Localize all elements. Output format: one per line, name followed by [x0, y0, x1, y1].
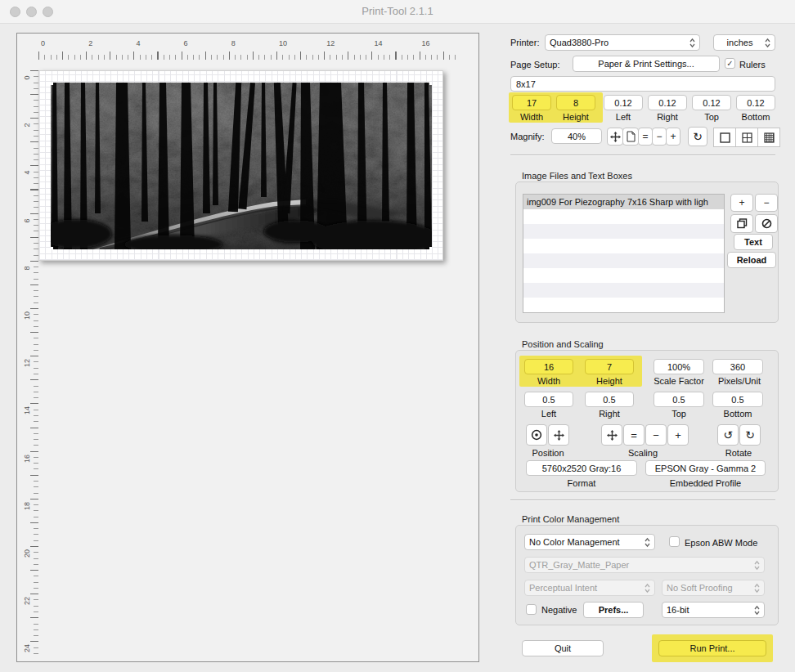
units-select[interactable]: inches — [713, 34, 775, 51]
run-print-button[interactable]: Run Print... — [658, 640, 766, 656]
list-item[interactable] — [523, 298, 724, 312]
ruler-vertical: 024681012141618202224 — [20, 70, 38, 657]
fit-page-icon[interactable] — [622, 128, 639, 146]
paper-height-field[interactable]: 8 — [556, 95, 595, 110]
list-item[interactable] — [523, 253, 724, 268]
file-list[interactable]: img009 For Piezography 7x16 Sharp with l… — [523, 194, 725, 313]
paper-right-label: Right — [648, 112, 687, 122]
paper-sheet-preview[interactable] — [38, 70, 443, 261]
list-item[interactable]: img009 For Piezography 7x16 Sharp with l… — [523, 195, 724, 209]
title-bar: Print-Tool 2.1.1 — [0, 0, 795, 24]
window-title: Print-Tool 2.1.1 — [0, 5, 795, 17]
remove-file-button[interactable]: − — [755, 194, 778, 212]
image-left-field[interactable]: 0.5 — [524, 392, 573, 407]
paper-bottom-field[interactable]: 0.12 — [736, 95, 775, 110]
paper-print-settings-button[interactable]: Paper & Print Settings... — [573, 56, 720, 72]
reload-button[interactable]: Reload — [727, 252, 776, 268]
scale-equal-button[interactable]: = — [623, 424, 645, 446]
magnify-field[interactable]: 40% — [551, 128, 602, 144]
color-mode-select[interactable]: No Color Management — [524, 534, 655, 550]
list-item[interactable] — [523, 283, 724, 298]
stepper-icon — [754, 583, 760, 594]
bit-depth-select[interactable]: 16-bit — [662, 602, 765, 618]
list-item[interactable] — [523, 224, 724, 239]
scale-fit-icon[interactable] — [601, 424, 622, 446]
paper-bottom-label: Bottom — [736, 112, 775, 122]
pan-icon[interactable] — [607, 128, 623, 146]
print-preview-image[interactable] — [51, 83, 432, 249]
image-handle-bl[interactable] — [51, 247, 53, 249]
paper-top-field[interactable]: 0.12 — [692, 95, 731, 110]
scale-minus-button[interactable]: − — [645, 424, 667, 446]
image-right-label: Right — [585, 409, 634, 419]
duplicate-icon[interactable] — [730, 214, 753, 233]
rulers-checkbox-label: Rulers — [739, 60, 766, 69]
rotate-label: Rotate — [714, 448, 763, 458]
center-position-icon[interactable] — [526, 424, 547, 446]
divider — [510, 500, 775, 501]
list-item[interactable] — [523, 268, 724, 283]
add-file-button[interactable]: + — [730, 194, 753, 212]
zoom-in-button[interactable]: + — [666, 128, 680, 146]
print-tool-window: Print-Tool 2.1.1 0246810121416 024681012… — [0, 0, 795, 672]
image-handle-tl[interactable] — [51, 83, 53, 85]
scale-plus-button[interactable]: + — [667, 424, 689, 446]
preview-canvas[interactable]: 0246810121416 024681012141618202224 — [16, 33, 479, 662]
list-item[interactable] — [523, 209, 724, 224]
view-plain-icon[interactable] — [713, 128, 736, 147]
disable-icon[interactable] — [755, 214, 778, 233]
move-position-icon[interactable] — [548, 424, 569, 446]
paper-right-field[interactable]: 0.12 — [648, 95, 687, 110]
negative-checkbox[interactable] — [526, 604, 537, 615]
paper-width-field[interactable]: 17 — [512, 95, 551, 110]
scale-factor-field[interactable]: 100% — [654, 359, 704, 374]
paper-name-input[interactable]: 8x17 — [510, 76, 775, 92]
view-grid-icon[interactable] — [757, 128, 780, 147]
view-mode-segment[interactable] — [714, 128, 780, 147]
view-quadrant-icon[interactable] — [735, 128, 758, 147]
stepper-icon — [645, 537, 650, 548]
page-setup-label: Page Setup: — [510, 60, 560, 69]
image-width-field[interactable]: 16 — [524, 359, 573, 374]
refresh-icon[interactable]: ↻ — [688, 127, 707, 146]
zoom-out-button[interactable]: − — [652, 128, 667, 146]
prefs-button[interactable]: Prefs... — [583, 602, 644, 618]
negative-label: Negative — [541, 605, 577, 615]
files-group: img009 For Piezography 7x16 Sharp with l… — [515, 181, 779, 323]
epson-abw-label: Epson ABW Mode — [685, 538, 757, 548]
epson-abw-checkbox[interactable] — [669, 536, 680, 547]
stepper-icon — [765, 38, 770, 48]
image-left-label: Left — [524, 409, 573, 419]
position-label: Position — [523, 448, 573, 458]
scale-factor-label: Scale Factor — [649, 376, 709, 386]
image-bottom-field[interactable]: 0.5 — [712, 392, 763, 407]
stepper-icon — [754, 605, 760, 616]
format-field: 5760x2520 Gray:16 — [526, 460, 637, 476]
quit-button[interactable]: Quit — [522, 640, 604, 656]
forest-photo — [51, 83, 432, 249]
image-handle-tr[interactable] — [429, 83, 432, 85]
pixels-unit-field[interactable]: 360 — [712, 359, 763, 374]
image-height-field[interactable]: 7 — [585, 359, 634, 374]
text-box-button[interactable]: Text — [734, 234, 773, 250]
list-item[interactable] — [523, 239, 724, 253]
rotate-ccw-button[interactable]: ↺ — [717, 424, 739, 446]
image-handle-br[interactable] — [429, 247, 432, 249]
rulers-checkbox[interactable]: ✓ — [725, 58, 735, 69]
paper-left-field[interactable]: 0.12 — [604, 95, 643, 110]
image-bottom-label: Bottom — [712, 409, 763, 419]
proofing-select: No Soft Proofing — [662, 580, 765, 596]
image-right-field[interactable]: 0.5 — [585, 392, 634, 407]
paper-left-label: Left — [604, 112, 643, 122]
scaling-label: Scaling — [614, 448, 671, 458]
embedded-profile-field: EPSON Gray - Gamma 2 — [645, 460, 766, 476]
printer-select[interactable]: Quad3880-Pro — [545, 34, 700, 51]
rotate-cw-button[interactable]: ↻ — [739, 424, 761, 446]
zoom-actual-button[interactable]: = — [638, 128, 653, 146]
image-top-field[interactable]: 0.5 — [654, 392, 704, 407]
stepper-icon — [645, 583, 650, 594]
paper-height-label: Height — [556, 112, 595, 122]
image-width-label: Width — [524, 376, 573, 386]
paper-top-label: Top — [692, 112, 731, 122]
format-label: Format — [526, 478, 637, 488]
